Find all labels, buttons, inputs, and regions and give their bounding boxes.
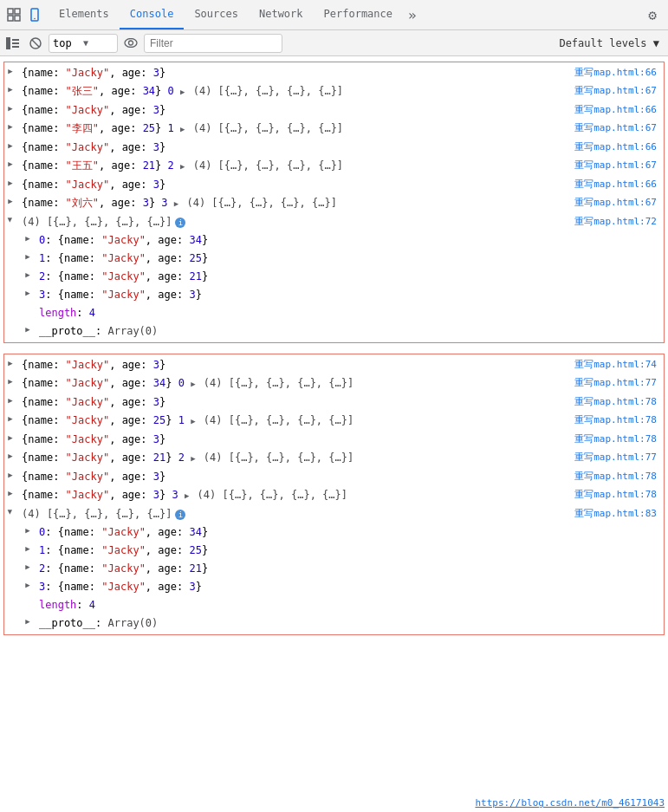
length-gutter-2 (22, 597, 36, 599)
expand-arrow-5[interactable]: ▶ (4, 140, 18, 150)
expand-arrow-array[interactable]: ▶ (4, 214, 18, 224)
expand-arrow-g2-7[interactable]: ▶ (4, 469, 18, 479)
log-row-array-item: ▶ 1: {name: "Jacky", age: 25} (4, 250, 664, 268)
inspect-icon[interactable] (3, 4, 24, 25)
expand-arrow-item3[interactable]: ▶ (22, 287, 36, 297)
context-selector[interactable]: top ▼ (49, 34, 118, 53)
expand-arrow-array-2[interactable]: ▶ (4, 506, 18, 516)
log-row: ▶ {name: "Jacky", age: 3} 重写map.html:78 (4, 393, 664, 412)
log-row: ▶ {name: "Jacky", age: 3} 重写map.html:66 (4, 139, 664, 157)
log-levels-button[interactable]: Default levels ▼ (554, 36, 665, 51)
log-row: ▶ {name: "Jacky", age: 3} 重写map.html:74 (4, 356, 664, 374)
expand-arrow-4[interactable]: ▶ (4, 120, 18, 131)
log-source[interactable]: 重写map.html:67 (574, 158, 664, 173)
log-text: length: 4 (36, 305, 586, 321)
svg-rect-2 (8, 16, 13, 21)
log-source[interactable]: 重写map.html:78 (574, 432, 664, 447)
log-source[interactable]: 重写map.html:78 (574, 469, 664, 484)
log-text: 3: {name: "Jacky", age: 3} (36, 579, 586, 594)
expand-arrow-7[interactable]: ▶ (4, 177, 18, 187)
context-selector-arrow: ▼ (83, 38, 113, 48)
expand-arrow-g2-8[interactable]: ▶ (4, 487, 18, 497)
more-tabs-button[interactable]: » (403, 0, 422, 29)
log-source[interactable]: 重写map.html:77 (574, 375, 664, 391)
expand-arrow-proto-2[interactable]: ▶ (22, 615, 36, 626)
expand-arrow-g2-5[interactable]: ▶ (4, 432, 18, 442)
log-source[interactable]: 重写map.html:67 (574, 120, 664, 136)
log-text: {name: "Jacky", age: 3} (18, 140, 574, 155)
clear-console-button[interactable] (26, 34, 45, 53)
expand-arrow-g2-item3[interactable]: ▶ (22, 579, 36, 589)
filter-input[interactable] (144, 34, 282, 53)
expand-arrow-g2-6[interactable]: ▶ (4, 450, 18, 460)
expand-arrow-g2-4[interactable]: ▶ (4, 412, 18, 423)
expand-arrow-g2-2[interactable]: ▶ (4, 375, 18, 386)
log-source[interactable]: 重写map.html:66 (574, 102, 664, 118)
log-text: {name: "Jacky", age: 3} (18, 357, 574, 373)
log-text: __proto__: Array(0) (36, 615, 586, 631)
expand-arrow-g2-item0[interactable]: ▶ (22, 524, 36, 535)
log-source[interactable]: 重写map.html:77 (574, 450, 664, 465)
log-source[interactable]: 重写map.html:78 (574, 487, 664, 503)
tab-network[interactable]: Network (249, 0, 314, 29)
log-source[interactable]: 重写map.html:67 (574, 195, 664, 211)
mobile-icon[interactable] (24, 4, 45, 25)
expand-arrow-item0[interactable]: ▶ (22, 232, 36, 243)
expand-arrow-6[interactable]: ▶ (4, 158, 18, 168)
log-group-2: ▶ {name: "Jacky", age: 3} 重写map.html:74 … (3, 354, 665, 635)
expand-arrow-2[interactable]: ▶ (4, 83, 18, 94)
tab-performance[interactable]: Performance (314, 0, 403, 29)
expand-arrow-3[interactable]: ▶ (4, 102, 18, 113)
log-group-1: ▶ {name: "Jacky", age: 3} 重写map.html:66 … (3, 62, 665, 343)
log-row: ▶ {name: "刘六", age: 3} 3 ▶ (4) [{…}, {…}… (4, 194, 664, 213)
tab-sources[interactable]: Sources (184, 0, 249, 29)
expand-arrow-g2-1[interactable]: ▶ (4, 357, 18, 367)
log-text: {name: "Jacky", age: 3} (18, 102, 574, 118)
eye-button[interactable] (121, 34, 140, 53)
log-row-array-item: ▶ 3: {name: "Jacky", age: 3} (4, 286, 664, 304)
log-source[interactable]: 重写map.html:78 (574, 394, 664, 410)
log-row-proto-2: ▶ __proto__: Array(0) (4, 614, 664, 633)
log-source[interactable]: 重写map.html:67 (574, 83, 664, 99)
console-sidebar-button[interactable] (3, 34, 23, 53)
expand-arrow-8[interactable]: ▶ (4, 195, 18, 205)
svg-line-11 (32, 40, 39, 47)
svg-rect-1 (15, 9, 20, 14)
expand-arrow-proto[interactable]: ▶ (22, 323, 36, 334)
watermark-link[interactable]: https://blog.csdn.net/m0_46171043 (475, 797, 665, 809)
expand-arrow-g2-item1[interactable]: ▶ (22, 542, 36, 553)
log-source[interactable]: 重写map.html:83 (574, 506, 664, 522)
expand-arrow-1[interactable]: ▶ (4, 65, 18, 75)
log-source[interactable]: 重写map.html:74 (574, 357, 664, 373)
log-text: 0: {name: "Jacky", age: 34} (36, 232, 586, 248)
log-row: ▶ {name: "Jacky", age: 3} 3 ▶ (4) [{…}, … (4, 486, 664, 505)
tab-elements[interactable]: Elements (49, 0, 120, 29)
log-source[interactable]: 重写map.html:66 (574, 65, 664, 81)
svg-point-13 (129, 41, 133, 45)
log-text: {name: "Jacky", age: 3} (18, 177, 574, 192)
log-row: ▶ {name: "王五", age: 21} 2 ▶ (4) [{…}, {…… (4, 157, 664, 176)
svg-point-5 (34, 18, 36, 20)
expand-arrow-g2-3[interactable]: ▶ (4, 394, 18, 405)
log-source[interactable]: 重写map.html:72 (574, 214, 664, 230)
log-row: ▶ {name: "Jacky", age: 3} 重写map.html:66 (4, 101, 664, 120)
log-text: 2: {name: "Jacky", age: 21} (36, 561, 586, 576)
log-text: __proto__: Array(0) (36, 323, 586, 339)
svg-rect-6 (6, 37, 10, 49)
expand-arrow-g2-item2[interactable]: ▶ (22, 561, 36, 571)
svg-rect-0 (8, 9, 13, 14)
console-toolbar: top ▼ Default levels ▼ (0, 30, 668, 56)
expand-arrow-item2[interactable]: ▶ (22, 269, 36, 279)
log-row-expanded-header-2: ▶ (4) [{…}, {…}, {…}, {…}]i 重写map.html:8… (4, 505, 664, 523)
log-row-length: length: 4 (4, 304, 664, 322)
log-source[interactable]: 重写map.html:78 (574, 412, 664, 428)
log-text: {name: "刘六", age: 3} 3 ▶ (4) [{…}, {…}, … (18, 195, 574, 211)
log-text: {name: "李四", age: 25} 1 ▶ (4) [{…}, {…},… (18, 120, 574, 137)
log-source[interactable]: 重写map.html:66 (574, 140, 664, 155)
log-text: {name: "Jacky", age: 3} 3 ▶ (4) [{…}, {…… (18, 487, 574, 503)
expand-arrow-item1[interactable]: ▶ (22, 250, 36, 261)
log-source[interactable]: 重写map.html:66 (574, 177, 664, 192)
log-text: 1: {name: "Jacky", age: 25} (36, 250, 586, 266)
tab-console[interactable]: Console (120, 0, 185, 29)
settings-icon[interactable]: ⚙ (640, 3, 665, 27)
